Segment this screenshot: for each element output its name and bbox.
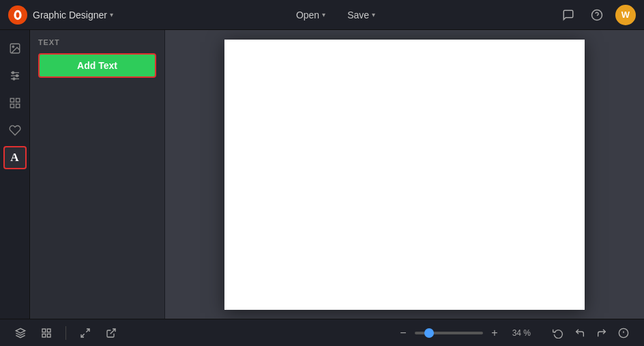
svg-rect-20 [47, 334, 50, 337]
canvas-area [165, 30, 644, 319]
text-tool-button[interactable]: A [3, 146, 27, 169]
open-chevron: ▾ [322, 11, 325, 18]
svg-rect-17 [42, 329, 46, 332]
topbar-right: W [558, 5, 636, 25]
panel-section-title: TEXT [38, 38, 156, 46]
user-avatar-label: W [621, 10, 630, 20]
app-logo[interactable] [8, 5, 27, 25]
zoom-slider[interactable] [415, 332, 483, 334]
layers-icon-button[interactable] [11, 323, 30, 343]
zoom-out-button[interactable]: − [396, 326, 411, 341]
open-label: Open [296, 10, 319, 20]
app-title-text: Graphic Designer [33, 10, 107, 20]
topbar-center: Open ▾ Save ▾ [113, 7, 558, 23]
zoom-out-icon: − [400, 327, 406, 339]
grid-tool-button[interactable] [3, 91, 27, 115]
open-button[interactable]: Open ▾ [291, 7, 331, 23]
undo-icon-button[interactable] [570, 323, 589, 343]
main-area: A TEXT Add Text [0, 30, 644, 319]
zoom-in-icon: + [491, 327, 497, 339]
link-icon-button[interactable] [102, 323, 121, 343]
svg-rect-14 [10, 104, 14, 108]
save-label: Save [347, 10, 369, 20]
svg-point-9 [12, 72, 14, 74]
svg-rect-18 [47, 329, 50, 332]
svg-line-23 [111, 329, 115, 334]
icon-bar: A [0, 30, 30, 319]
sliders-tool-button[interactable] [3, 64, 27, 87]
refresh-icon-button[interactable] [548, 323, 568, 343]
app-title[interactable]: Graphic Designer ▾ [33, 10, 113, 20]
svg-point-5 [12, 46, 14, 47]
save-button[interactable]: Save ▾ [342, 7, 381, 23]
svg-rect-15 [16, 104, 19, 108]
bottombar: − + 34 % [0, 319, 644, 346]
svg-point-11 [13, 78, 15, 80]
text-tool-icon: A [10, 151, 18, 164]
svg-rect-19 [42, 334, 46, 337]
svg-point-10 [16, 75, 18, 77]
zoom-in-button[interactable]: + [487, 326, 502, 341]
svg-line-21 [86, 329, 89, 332]
add-text-button[interactable]: Add Text [38, 53, 156, 78]
bottom-right-icons [548, 323, 633, 343]
separator-1 [65, 326, 66, 340]
canvas[interactable] [224, 40, 585, 310]
svg-rect-13 [16, 98, 19, 102]
info-icon-button[interactable] [614, 323, 633, 343]
svg-marker-16 [16, 328, 25, 333]
help-icon-button[interactable] [587, 5, 607, 25]
svg-line-22 [81, 334, 85, 337]
user-avatar[interactable]: W [615, 5, 636, 25]
svg-rect-12 [10, 98, 14, 102]
chat-icon-button[interactable] [558, 5, 579, 25]
expand-icon-button[interactable] [76, 323, 95, 343]
heart-tool-button[interactable] [3, 119, 27, 142]
left-panel: TEXT Add Text [30, 30, 165, 319]
redo-icon-button[interactable] [592, 323, 611, 343]
topbar: Graphic Designer ▾ Open ▾ Save ▾ W [0, 0, 644, 30]
image-tool-button[interactable] [3, 37, 27, 60]
save-chevron: ▾ [372, 11, 375, 18]
zoom-label: 34 % [506, 328, 531, 338]
zoom-controls: − + 34 % [396, 326, 531, 341]
grid2-icon-button[interactable] [37, 323, 56, 343]
svg-point-1 [16, 12, 20, 18]
